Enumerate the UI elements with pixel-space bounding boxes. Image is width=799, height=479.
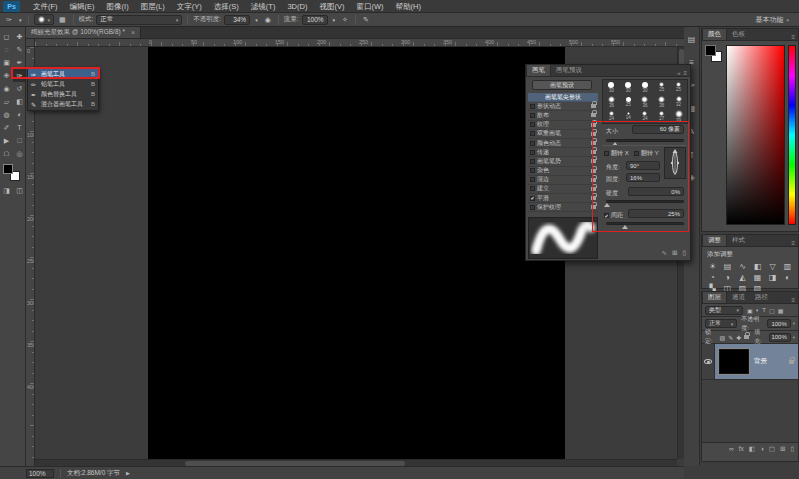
dodge-tool[interactable]: ◐ (13, 108, 26, 121)
option-checkbox[interactable] (530, 177, 535, 182)
history-panel-icon[interactable]: ▤ (686, 33, 698, 45)
layer-fill-field[interactable]: 100% (769, 333, 791, 342)
lock-icon[interactable] (591, 132, 596, 136)
roundness-field[interactable]: 16% (626, 173, 660, 182)
option-checkbox[interactable] (530, 186, 535, 191)
menu-item-5[interactable]: 选择(S) (208, 0, 245, 13)
document-tab[interactable]: 绚丽光星效果 @ 100%(RGB/8) * × (26, 27, 141, 38)
tab-brush-presets[interactable]: 画笔预设 (551, 64, 587, 76)
fill-chevron-icon[interactable]: ▾ (793, 335, 795, 340)
screen-mode-icon[interactable]: ◫ (13, 184, 26, 197)
lock-icon[interactable] (591, 205, 596, 209)
hardness-slider-thumb[interactable] (604, 203, 610, 207)
foreground-color-swatch[interactable] (705, 45, 716, 56)
brush-tip-5[interactable]: 36 (603, 95, 620, 110)
hardness-field[interactable]: 0% (628, 187, 684, 196)
path-selection-tool[interactable]: ▶ (0, 134, 13, 147)
saturation-brightness-gradient[interactable] (726, 45, 785, 225)
panel-menu-icon[interactable]: ≡ (791, 34, 798, 40)
black-white-icon[interactable]: ◑ (720, 272, 735, 283)
menu-item-10[interactable]: 帮助(H) (390, 0, 427, 13)
add-layer-mask-icon[interactable]: ◧ (749, 445, 755, 453)
brush-tip-0[interactable]: 30 (603, 80, 620, 95)
menu-item-4[interactable]: 文字(Y) (171, 0, 208, 13)
vibrance-icon[interactable]: ▽ (765, 261, 780, 272)
angle-field[interactable]: 90° (626, 161, 660, 170)
blur-tool[interactable]: ◍ (0, 108, 13, 121)
menu-item-7[interactable]: 3D(D) (281, 0, 313, 13)
rectangular-marquee-tool[interactable]: ◻ (0, 30, 13, 43)
type-tool[interactable]: T (13, 121, 26, 134)
zoom-tool[interactable]: ◎ (13, 147, 26, 160)
lock-icon[interactable] (591, 141, 596, 145)
link-layers-icon[interactable]: ∞ (729, 445, 734, 452)
foreground-color-swatch[interactable] (3, 164, 13, 174)
toggle-brush-panel-icon[interactable]: ▦ (57, 16, 68, 24)
lock-transparent-pixels-icon[interactable]: ▨ (720, 334, 726, 341)
option-checkbox[interactable] (530, 141, 535, 146)
tab-adjustments[interactable]: 调整 (702, 234, 727, 246)
eyedropper-tool[interactable]: ✒ (13, 56, 26, 69)
brush-tip-9[interactable]: 32 (670, 95, 687, 110)
pen-tool[interactable]: ✐ (0, 121, 13, 134)
brush-tip-1[interactable]: 30 (620, 80, 637, 95)
layer-blend-mode-dropdown[interactable]: 正常▾ (705, 319, 737, 328)
brush-stroke-preview-icon[interactable]: ∿ (662, 249, 667, 257)
new-group-icon[interactable]: ▢ (769, 445, 775, 453)
menu-item-9[interactable]: 窗口(W) (350, 0, 389, 13)
lock-icon[interactable] (591, 169, 596, 173)
exposure-icon[interactable]: ◧ (750, 261, 765, 272)
panel-menu-icon[interactable]: ≡ (683, 70, 687, 76)
brush-option-11[interactable]: 保护纹理 (528, 203, 598, 212)
brush-tool-preset-icon[interactable]: ✑ (4, 16, 14, 24)
flyout-item-0[interactable]: ✑画笔工具B (28, 69, 98, 79)
close-document-icon[interactable]: × (131, 29, 135, 36)
color-lookup-icon[interactable]: ◨ (765, 272, 780, 283)
create-new-brush-icon[interactable]: ⊞ (672, 249, 677, 257)
spacing-checkbox[interactable]: ✔间距 (604, 211, 623, 220)
brush-preset-picker[interactable]: ▾ (34, 14, 54, 25)
brush-tip-14[interactable]: 39 (670, 109, 687, 124)
quick-selection-tool[interactable]: ✎ (13, 43, 26, 56)
option-checkbox[interactable] (530, 131, 535, 136)
lock-icon[interactable] (591, 123, 596, 127)
filter-adjustment-layers-icon[interactable]: ◐ (756, 307, 760, 314)
airbrush-icon[interactable]: ✧ (340, 16, 350, 24)
layer-style-icon[interactable]: fx (739, 445, 744, 452)
color-swatches[interactable] (3, 164, 23, 182)
brush-tip-8[interactable]: 36 (653, 95, 670, 110)
brush-tip-13[interactable]: 27 (653, 109, 670, 124)
delete-brush-icon[interactable]: ▯ (682, 249, 686, 257)
menu-item-2[interactable]: 图像(I) (101, 0, 135, 13)
shape-tool[interactable]: □ (13, 134, 26, 147)
channel-mixer-icon[interactable]: ▦ (750, 272, 765, 283)
tablet-pressure-opacity-icon[interactable]: ◉ (263, 16, 273, 24)
lock-icon[interactable] (591, 159, 596, 163)
lasso-tool[interactable]: ◌ (0, 43, 13, 56)
tab-layers[interactable]: 图层 (702, 291, 727, 303)
layer-opacity-field[interactable]: 100% (767, 319, 790, 328)
filter-shape-layers-icon[interactable]: ▢ (769, 307, 775, 314)
lock-all-icon[interactable] (744, 335, 749, 339)
curves-icon[interactable]: ∿ (735, 261, 750, 272)
hardness-slider[interactable] (606, 200, 684, 203)
panel-menu-icon[interactable]: ≡ (791, 240, 798, 246)
lock-icon[interactable] (591, 196, 596, 200)
lock-image-pixels-icon[interactable]: ✎ (728, 334, 733, 341)
menu-item-8[interactable]: 视图(V) (313, 0, 350, 13)
flyout-item-1[interactable]: ✏铅笔工具B (28, 79, 98, 89)
flyout-item-2[interactable]: ✒颜色替换工具B (28, 89, 98, 99)
lock-icon[interactable] (591, 104, 596, 108)
tab-channels[interactable]: 通道 (727, 291, 750, 303)
brightness-contrast-icon[interactable]: ☀ (705, 261, 720, 272)
menu-item-6[interactable]: 滤镜(T) (245, 0, 282, 13)
canvas[interactable] (148, 47, 565, 459)
menu-item-1[interactable]: 编辑(E) (64, 0, 101, 13)
healing-brush-tool[interactable]: ✙ (0, 69, 13, 82)
brush-tip-10[interactable]: 24 (603, 109, 620, 124)
brush-tip-11[interactable]: 14 (620, 109, 637, 124)
brush-tip-6[interactable]: 25 (620, 95, 637, 110)
photo-filter-icon[interactable]: ◭ (735, 272, 750, 283)
brush-tip-12[interactable]: 24 (637, 109, 654, 124)
tablet-pressure-size-icon[interactable]: ✎ (361, 16, 371, 24)
